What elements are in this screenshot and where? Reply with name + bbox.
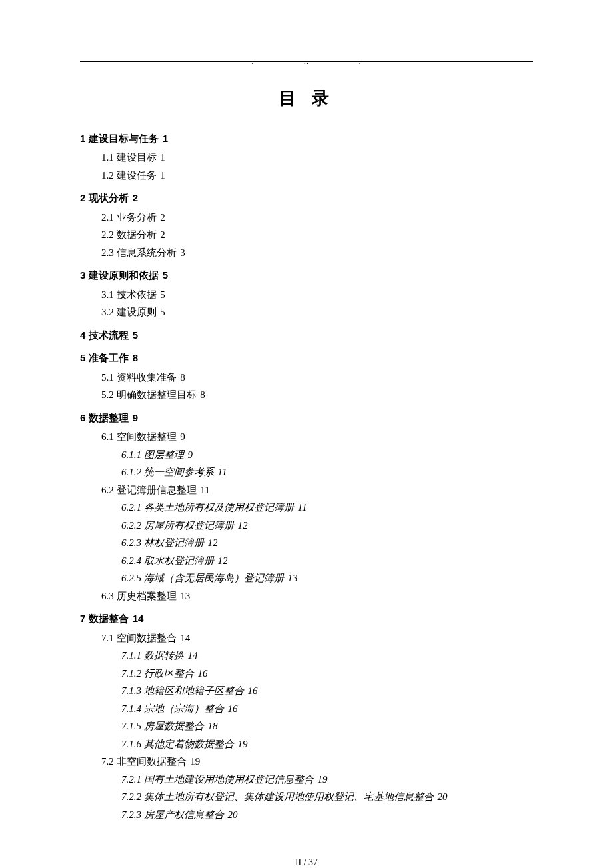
toc-entry-page: 12 xyxy=(218,555,228,566)
toc-entry: 6.2.2 房屋所有权登记簿册 12 xyxy=(121,518,533,533)
toc-entry-page: 14 xyxy=(188,650,198,661)
toc-entry-label: 建设目标 xyxy=(117,152,157,163)
toc-entry: 7.2.3 房屋产权信息整合 20 xyxy=(121,807,533,823)
toc-entry-number: 6.2.2 xyxy=(121,520,141,531)
toc-entry-label: 国有土地建设用地使用权登记信息整合 xyxy=(144,774,314,785)
toc-entry: 2 现状分析 2 xyxy=(80,191,533,206)
toc-entry: 6 数据整理 9 xyxy=(80,411,533,426)
toc-entry: 7.1.3 地籍区和地籍子区整合 16 xyxy=(121,683,533,699)
toc-entry: 4 技术流程 5 xyxy=(80,328,533,343)
toc-entry-label: 登记簿册信息整理 xyxy=(117,485,197,495)
toc-entry-page: 18 xyxy=(208,721,218,731)
toc-entry-page: 8 xyxy=(133,352,138,363)
toc-entry-label: 其他定着物数据整合 xyxy=(144,739,234,749)
toc-entry-page: 19 xyxy=(190,756,200,767)
toc-entry: 1.2 建设任务 1 xyxy=(101,168,533,183)
toc-entry-page: 5 xyxy=(163,269,168,281)
toc-entry-page: 9 xyxy=(188,449,193,460)
toc-entry: 5 准备工作 8 xyxy=(80,351,533,366)
toc-entry-label: 图层整理 xyxy=(144,449,184,460)
toc-entry: 6.2.5 海域（含无居民海岛）登记簿册 13 xyxy=(121,571,533,586)
toc-entry: 2.3 信息系统分析 3 xyxy=(101,245,533,261)
page-footer: II / 37 xyxy=(80,855,533,868)
toc-entry-number: 7.2.2 xyxy=(121,791,141,802)
toc-entry: 7.2.1 国有土地建设用地使用权登记信息整合 19 xyxy=(121,772,533,787)
toc-entry-label: 建设原则和依据 xyxy=(89,269,159,281)
toc-entry-number: 7.1.6 xyxy=(121,739,141,749)
toc-entry-number: 1 xyxy=(80,133,85,144)
toc-entry-label: 明确数据整理目标 xyxy=(117,389,197,400)
toc-entry: 6.1.1 图层整理 9 xyxy=(121,447,533,463)
toc-entry: 7.1 空间数据整合 14 xyxy=(101,631,533,646)
toc-entry-number: 5.2 xyxy=(101,389,114,400)
toc-entry-page: 2 xyxy=(133,192,138,203)
toc-entry-label: 数据整合 xyxy=(89,613,129,624)
toc-entry: 5.2 明确数据整理目标 8 xyxy=(101,387,533,403)
toc-entry-number: 7 xyxy=(80,613,85,624)
toc-entry-number: 6.2.4 xyxy=(121,555,141,566)
toc-entry-number: 1.2 xyxy=(101,170,114,181)
toc-entry: 7.2 非空间数据整合 19 xyxy=(101,754,533,769)
toc-entry: 6.1 空间数据整理 9 xyxy=(101,429,533,445)
toc-entry-label: 空间数据整合 xyxy=(117,633,177,643)
toc-entry-label: 非空间数据整合 xyxy=(117,756,187,767)
toc-entry-number: 7.2.1 xyxy=(121,774,141,785)
toc-entry-page: 9 xyxy=(133,412,138,423)
toc-entry-page: 19 xyxy=(318,774,328,785)
toc-entry-page: 1 xyxy=(160,170,165,181)
toc-entry-label: 建设目标与任务 xyxy=(89,133,159,144)
toc-entry-number: 7.1.5 xyxy=(121,721,141,731)
toc-entry-label: 信息系统分析 xyxy=(117,247,177,258)
toc-entry-page: 16 xyxy=(248,685,258,696)
toc-entry-page: 19 xyxy=(238,739,248,749)
toc-entry-page: 11 xyxy=(200,485,209,495)
toc-entry-number: 4 xyxy=(80,329,85,341)
toc-entry-number: 6.2.3 xyxy=(121,537,141,548)
toc-entry-number: 7.1 xyxy=(101,633,114,643)
toc-entry: 6.2.1 各类土地所有权及使用权登记簿册 11 xyxy=(121,500,533,515)
header-dot-mid: .. xyxy=(304,55,310,68)
toc-entry: 7.2.2 集体土地所有权登记、集体建设用地使用权登记、宅基地信息整合 20 xyxy=(121,789,533,805)
toc-entry: 6.2.3 林权登记簿册 12 xyxy=(121,535,533,551)
toc-entry-label: 现状分析 xyxy=(89,192,129,203)
toc-entry-label: 技术流程 xyxy=(89,329,129,341)
toc-entry-number: 2.1 xyxy=(101,212,114,223)
toc-entry-label: 准备工作 xyxy=(89,352,129,363)
toc-entry-page: 16 xyxy=(198,668,208,679)
toc-entry-page: 20 xyxy=(228,809,238,820)
toc-entry-number: 2.3 xyxy=(101,247,114,258)
toc-entry-number: 2.2 xyxy=(101,229,114,240)
toc-entry-page: 14 xyxy=(133,613,144,624)
toc-entry-number: 6.2.1 xyxy=(121,502,141,513)
toc-entry-label: 各类土地所有权及使用权登记簿册 xyxy=(144,502,294,513)
toc-entry-label: 宗地（宗海）整合 xyxy=(144,703,224,714)
toc-entry-label: 行政区整合 xyxy=(144,668,194,679)
toc-entry-number: 5 xyxy=(80,352,85,363)
toc-entry-label: 数据整理 xyxy=(89,412,129,423)
toc-entry-page: 1 xyxy=(160,152,165,163)
toc-entry: 6.3 历史档案整理 13 xyxy=(101,589,533,604)
toc-entry-label: 资料收集准备 xyxy=(117,372,177,383)
toc-entry-page: 13 xyxy=(180,591,190,601)
toc-entry-label: 业务分析 xyxy=(117,212,157,223)
toc-entry-number: 6.3 xyxy=(101,591,114,601)
toc-entry: 3.1 技术依据 5 xyxy=(101,287,533,303)
toc-entry: 6.2 登记簿册信息整理 11 xyxy=(101,483,533,498)
toc-entry-number: 6 xyxy=(80,412,85,423)
toc-entry-label: 数据转换 xyxy=(144,650,184,661)
toc-entry-number: 1.1 xyxy=(101,152,114,163)
toc-entry-label: 集体土地所有权登记、集体建设用地使用权登记、宅基地信息整合 xyxy=(144,791,434,802)
toc-entry-page: 8 xyxy=(200,389,205,400)
toc-entry-page: 1 xyxy=(163,133,168,144)
toc-entry-page: 20 xyxy=(438,791,448,802)
toc-entry-label: 取水权登记簿册 xyxy=(144,555,214,566)
toc-entry-number: 6.1 xyxy=(101,431,114,442)
toc-entry: 7.1.4 宗地（宗海）整合 16 xyxy=(121,701,533,717)
toc-entry-page: 12 xyxy=(238,520,248,531)
toc-entry-label: 空间数据整理 xyxy=(117,431,177,442)
toc-entry-number: 6.2 xyxy=(101,485,114,495)
header-dot-left: . xyxy=(251,55,254,68)
toc-entry-label: 建设任务 xyxy=(117,170,157,181)
toc-entry-label: 房屋所有权登记簿册 xyxy=(144,520,234,531)
toc-entry-page: 5 xyxy=(160,289,165,300)
